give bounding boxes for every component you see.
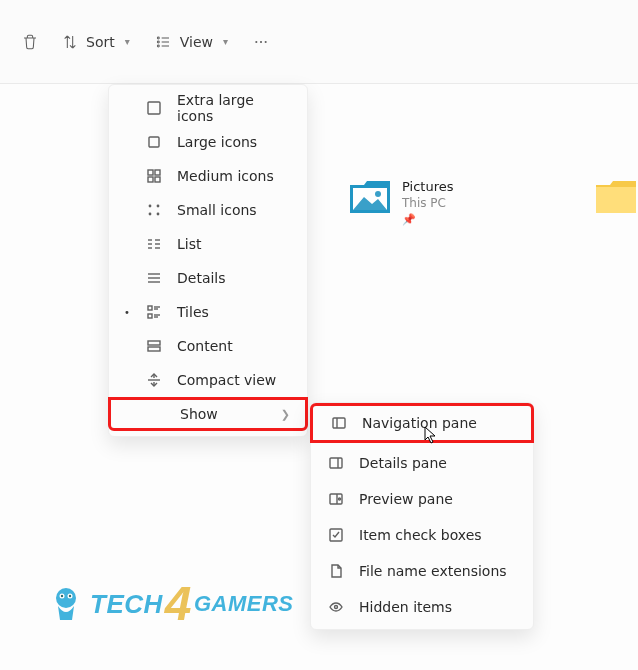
checkbox-icon — [327, 527, 345, 543]
submenu-item-details-pane[interactable]: Details pane — [311, 445, 533, 481]
svg-rect-46 — [333, 418, 345, 428]
menu-label: Extra large icons — [177, 92, 293, 124]
svg-point-11 — [56, 588, 76, 608]
submenu-label: Navigation pane — [362, 415, 514, 431]
submenu-item-hidden-items[interactable]: Hidden items — [311, 589, 533, 625]
chevron-down-icon: ▾ — [223, 36, 228, 47]
chevron-right-icon: ❯ — [281, 408, 290, 421]
menu-item-compact-view[interactable]: Compact view — [109, 363, 307, 397]
trash-icon — [22, 34, 38, 50]
svg-point-4 — [157, 45, 159, 47]
preview-pane-icon — [327, 491, 345, 507]
medium-icons-icon — [145, 168, 163, 184]
submenu-label: Hidden items — [359, 599, 517, 615]
extra-large-icons-icon — [145, 100, 163, 116]
view-label: View — [180, 34, 213, 50]
more-button[interactable] — [252, 34, 270, 50]
content-icon — [145, 338, 163, 354]
menu-item-medium-icons[interactable]: Medium icons — [109, 159, 307, 193]
svg-rect-16 — [148, 102, 160, 114]
svg-point-14 — [61, 595, 63, 597]
svg-rect-42 — [148, 347, 160, 351]
svg-point-7 — [260, 40, 262, 42]
menu-label: Medium icons — [177, 168, 293, 184]
file-extension-icon — [327, 563, 345, 579]
svg-point-0 — [157, 37, 159, 39]
svg-point-54 — [335, 606, 338, 609]
menu-label: Large icons — [177, 134, 293, 150]
view-icon — [154, 34, 172, 50]
toolbar: Sort ▾ View ▾ — [0, 0, 638, 84]
compact-view-icon — [145, 372, 163, 388]
svg-point-52 — [339, 498, 341, 500]
watermark: TECH 4 GAMERS — [48, 584, 294, 624]
watermark-text-b: 4 — [165, 587, 192, 621]
svg-rect-18 — [148, 170, 153, 175]
submenu-item-navigation-pane[interactable]: Navigation pane — [310, 403, 534, 443]
svg-rect-48 — [330, 458, 342, 468]
view-button[interactable]: View ▾ — [154, 34, 228, 50]
svg-point-22 — [149, 205, 152, 208]
details-pane-icon — [327, 455, 345, 471]
navigation-pane-icon — [330, 415, 348, 431]
menu-label: Content — [177, 338, 293, 354]
svg-point-8 — [265, 40, 267, 42]
svg-point-23 — [157, 205, 160, 208]
sort-button[interactable]: Sort ▾ — [62, 34, 130, 50]
svg-point-10 — [375, 191, 381, 197]
menu-label: Tiles — [177, 304, 293, 320]
folder-title: Pictures — [402, 179, 453, 194]
submenu-label: Item check boxes — [359, 527, 517, 543]
small-icons-icon — [145, 202, 163, 218]
chevron-down-icon: ▾ — [125, 36, 130, 47]
svg-rect-35 — [148, 306, 152, 310]
show-submenu: Navigation pane Details pane Preview pan… — [310, 402, 534, 630]
submenu-item-item-check-boxes[interactable]: Item check boxes — [311, 517, 533, 553]
pin-icon: 📌 — [402, 213, 453, 226]
menu-item-list[interactable]: List — [109, 227, 307, 261]
submenu-item-file-name-extensions[interactable]: File name extensions — [311, 553, 533, 589]
svg-point-24 — [149, 213, 152, 216]
tiles-icon — [145, 304, 163, 320]
svg-rect-20 — [148, 177, 153, 182]
delete-button[interactable] — [22, 34, 38, 50]
mascot-icon — [48, 584, 84, 624]
svg-point-25 — [157, 213, 160, 216]
menu-item-content[interactable]: Content — [109, 329, 307, 363]
large-icons-icon — [145, 134, 163, 150]
menu-label: List — [177, 236, 293, 252]
view-menu: Extra large icons Large icons Medium ico… — [108, 84, 308, 437]
sort-label: Sort — [86, 34, 115, 50]
svg-point-2 — [157, 41, 159, 43]
menu-item-details[interactable]: Details — [109, 261, 307, 295]
menu-label: Compact view — [177, 372, 293, 388]
submenu-label: Details pane — [359, 455, 517, 471]
watermark-text-c: GAMERS — [194, 591, 294, 617]
folder-item-generic[interactable] — [594, 179, 638, 215]
svg-rect-41 — [148, 341, 160, 345]
menu-item-small-icons[interactable]: Small icons — [109, 193, 307, 227]
menu-item-show[interactable]: Show ❯ — [108, 397, 308, 431]
list-icon — [145, 236, 163, 252]
submenu-label: Preview pane — [359, 491, 517, 507]
menu-label: Show — [180, 406, 267, 422]
radio-indicator: • — [123, 307, 131, 318]
menu-item-large-icons[interactable]: Large icons — [109, 125, 307, 159]
menu-item-extra-large-icons[interactable]: Extra large icons — [109, 91, 307, 125]
folder-subtitle: This PC — [402, 196, 453, 210]
pictures-folder-icon — [348, 179, 392, 215]
menu-label: Small icons — [177, 202, 293, 218]
svg-rect-38 — [148, 314, 152, 318]
folder-meta: Pictures This PC 📌 — [402, 179, 453, 226]
menu-label: Details — [177, 270, 293, 286]
menu-item-tiles[interactable]: • Tiles — [109, 295, 307, 329]
submenu-item-preview-pane[interactable]: Preview pane — [311, 481, 533, 517]
svg-point-15 — [69, 595, 71, 597]
folder-item-pictures[interactable]: Pictures This PC 📌 — [348, 179, 453, 226]
svg-rect-19 — [155, 170, 160, 175]
svg-point-6 — [255, 40, 257, 42]
sort-icon — [62, 34, 78, 50]
svg-rect-17 — [149, 137, 159, 147]
svg-rect-21 — [155, 177, 160, 182]
hidden-items-icon — [327, 599, 345, 615]
